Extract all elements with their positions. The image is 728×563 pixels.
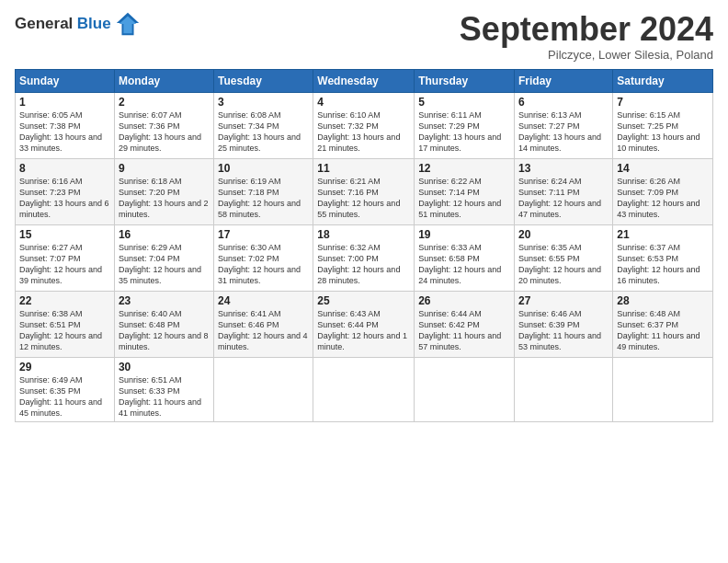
col-thursday: Thursday	[415, 69, 515, 92]
table-row: 14 Sunrise: 6:26 AM Sunset: 7:09 PM Dayl…	[613, 158, 713, 224]
table-row: 18 Sunrise: 6:32 AM Sunset: 7:00 PM Dayl…	[313, 224, 415, 291]
col-tuesday: Tuesday	[214, 69, 313, 92]
table-row: 1 Sunrise: 6:05 AM Sunset: 7:38 PM Dayli…	[16, 92, 115, 158]
table-row	[313, 357, 415, 422]
table-row: 12 Sunrise: 6:22 AM Sunset: 7:14 PM Dayl…	[415, 158, 515, 224]
table-row: 30 Sunrise: 6:51 AM Sunset: 6:33 PM Dayl…	[114, 357, 213, 422]
page: General Blue September 2024 Pilczyce, Lo…	[0, 0, 728, 563]
table-row: 20 Sunrise: 6:35 AM Sunset: 6:55 PM Dayl…	[515, 224, 613, 291]
col-saturday: Saturday	[613, 69, 713, 92]
logo-text: General Blue	[15, 15, 111, 33]
calendar-header-row: Sunday Monday Tuesday Wednesday Thursday…	[16, 69, 713, 92]
col-monday: Monday	[114, 69, 213, 92]
col-sunday: Sunday	[16, 69, 115, 92]
table-row: 3 Sunrise: 6:08 AM Sunset: 7:34 PM Dayli…	[214, 92, 313, 158]
table-row: 28 Sunrise: 6:48 AM Sunset: 6:37 PM Dayl…	[613, 291, 713, 357]
col-friday: Friday	[515, 69, 613, 92]
logo-general: General	[15, 15, 73, 32]
table-row: 9 Sunrise: 6:18 AM Sunset: 7:20 PM Dayli…	[114, 158, 213, 224]
location: Pilczyce, Lower Silesia, Poland	[460, 48, 713, 62]
table-row: 5 Sunrise: 6:11 AM Sunset: 7:29 PM Dayli…	[415, 92, 515, 158]
table-row: 17 Sunrise: 6:30 AM Sunset: 7:02 PM Dayl…	[214, 224, 313, 291]
header: General Blue September 2024 Pilczyce, Lo…	[15, 11, 713, 62]
month-title: September 2024	[460, 11, 713, 48]
table-row: 21 Sunrise: 6:37 AM Sunset: 6:53 PM Dayl…	[613, 224, 713, 291]
table-row	[214, 357, 313, 422]
table-row: 27 Sunrise: 6:46 AM Sunset: 6:39 PM Dayl…	[515, 291, 613, 357]
table-row: 4 Sunrise: 6:10 AM Sunset: 7:32 PM Dayli…	[313, 92, 415, 158]
table-row	[415, 357, 515, 422]
table-row: 15 Sunrise: 6:27 AM Sunset: 7:07 PM Dayl…	[16, 224, 115, 291]
logo-icon	[115, 11, 141, 37]
table-row: 10 Sunrise: 6:19 AM Sunset: 7:18 PM Dayl…	[214, 158, 313, 224]
calendar-table: Sunday Monday Tuesday Wednesday Thursday…	[15, 69, 713, 423]
table-row: 23 Sunrise: 6:40 AM Sunset: 6:48 PM Dayl…	[114, 291, 213, 357]
table-row: 25 Sunrise: 6:43 AM Sunset: 6:44 PM Dayl…	[313, 291, 415, 357]
title-section: September 2024 Pilczyce, Lower Silesia, …	[460, 11, 713, 62]
logo: General Blue	[15, 11, 141, 37]
table-row: 7 Sunrise: 6:15 AM Sunset: 7:25 PM Dayli…	[613, 92, 713, 158]
table-row: 22 Sunrise: 6:38 AM Sunset: 6:51 PM Dayl…	[16, 291, 115, 357]
table-row	[515, 357, 613, 422]
col-wednesday: Wednesday	[313, 69, 415, 92]
table-row: 19 Sunrise: 6:33 AM Sunset: 6:58 PM Dayl…	[415, 224, 515, 291]
table-row: 8 Sunrise: 6:16 AM Sunset: 7:23 PM Dayli…	[16, 158, 115, 224]
table-row: 11 Sunrise: 6:21 AM Sunset: 7:16 PM Dayl…	[313, 158, 415, 224]
table-row: 6 Sunrise: 6:13 AM Sunset: 7:27 PM Dayli…	[515, 92, 613, 158]
table-row: 16 Sunrise: 6:29 AM Sunset: 7:04 PM Dayl…	[114, 224, 213, 291]
table-row: 24 Sunrise: 6:41 AM Sunset: 6:46 PM Dayl…	[214, 291, 313, 357]
table-row: 13 Sunrise: 6:24 AM Sunset: 7:11 PM Dayl…	[515, 158, 613, 224]
logo-blue: Blue	[77, 15, 111, 32]
table-row: 2 Sunrise: 6:07 AM Sunset: 7:36 PM Dayli…	[114, 92, 213, 158]
table-row	[613, 357, 713, 422]
table-row: 29 Sunrise: 6:49 AM Sunset: 6:35 PM Dayl…	[16, 357, 115, 422]
table-row: 26 Sunrise: 6:44 AM Sunset: 6:42 PM Dayl…	[415, 291, 515, 357]
